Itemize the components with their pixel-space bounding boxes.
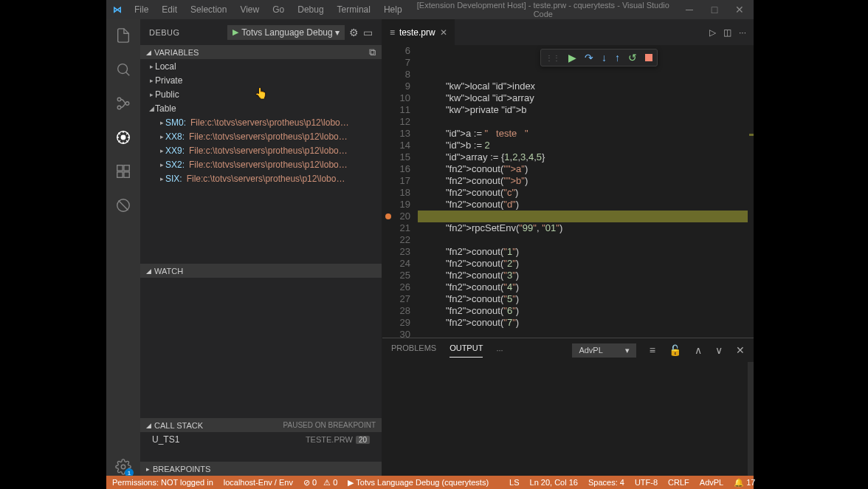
menu-help[interactable]: Help xyxy=(378,1,408,18)
svg-point-1 xyxy=(117,98,121,101)
status-debug[interactable]: ▶ Totvs Language Debug (cquerytests) xyxy=(348,478,489,488)
extensions-icon[interactable] xyxy=(114,163,132,180)
status-bell[interactable]: 🔔 17 xyxy=(734,478,755,488)
status-ls[interactable]: LS xyxy=(509,478,519,487)
svg-rect-9 xyxy=(124,172,129,177)
watch-header[interactable]: ◢WATCH xyxy=(140,264,382,278)
table-row[interactable]: ▸XX9:File:c:\totvs\servers\protheus\p12\… xyxy=(140,143,382,157)
grip-icon[interactable]: ⋮⋮ xyxy=(545,54,560,62)
table-row[interactable]: ▸SM0:File:c:\totvs\servers\protheus\p12\… xyxy=(140,115,382,129)
step-out-icon[interactable]: ↑ xyxy=(615,52,620,64)
status-encoding[interactable]: UTF-8 xyxy=(635,478,658,487)
tab-teste[interactable]: ≡ teste.prw ✕ xyxy=(382,19,455,45)
scm-icon[interactable] xyxy=(114,95,132,112)
maximize-button[interactable]: □ xyxy=(703,4,726,16)
menubar: File Edit Selection View Go Debug Termin… xyxy=(128,1,408,18)
restart-icon[interactable]: ↺ xyxy=(628,52,637,64)
status-spaces[interactable]: Spaces: 4 xyxy=(588,478,624,487)
window-controls: ─ □ ✕ xyxy=(678,4,751,16)
code-content[interactable]: "kw">local "id">index"kw">local "id">arr… xyxy=(418,45,748,338)
stop-icon[interactable] xyxy=(645,54,652,61)
svg-point-11 xyxy=(121,465,125,469)
collapse-icon[interactable]: ⧉ xyxy=(369,47,376,58)
minimap[interactable] xyxy=(748,45,754,338)
debug-settings-icon[interactable]: ⚙ xyxy=(349,27,359,38)
panel-down-icon[interactable]: ∨ xyxy=(715,344,723,356)
status-errors[interactable]: ⊘ 0 ⚠ 0 xyxy=(303,478,337,488)
panel-close-icon[interactable]: ✕ xyxy=(736,344,745,356)
close-button[interactable]: ✕ xyxy=(728,4,751,16)
callstack-header[interactable]: ◢CALL STACK PAUSED ON BREAKPOINT xyxy=(140,418,382,432)
debug-header: DEBUG ▶Totvs Language Debug ▾ ⚙ ▭ xyxy=(140,19,382,45)
menu-terminal[interactable]: Terminal xyxy=(331,1,376,18)
debug-icon[interactable] xyxy=(114,129,132,146)
line-gutter: 6789101112131415161718192021222324252627… xyxy=(382,45,418,338)
scrollbar[interactable] xyxy=(748,362,754,476)
tab-problems[interactable]: PROBLEMS xyxy=(391,343,436,357)
table-row[interactable]: ▸XX8:File:c:\totvs\servers\protheus\p12\… xyxy=(140,129,382,143)
window-title: [Extension Development Host] - teste.prw… xyxy=(408,1,678,18)
status-position[interactable]: Ln 20, Col 16 xyxy=(530,478,578,487)
output-channel-selector[interactable]: AdvPL▾ xyxy=(572,343,636,358)
status-permissions[interactable]: Permissions: NOT logged in xyxy=(112,478,213,487)
scope-public[interactable]: ▸Public xyxy=(140,87,382,101)
panel-tabs: PROBLEMS OUTPUT ··· AdvPL▾ ≡ 🔓 ∧ ∨ ✕ xyxy=(382,338,754,362)
table-row[interactable]: ▸SX2:File:c:\totvs\servers\protheus\p12\… xyxy=(140,157,382,171)
svg-rect-7 xyxy=(124,165,129,171)
debug-label: DEBUG xyxy=(149,28,223,37)
tab-label: teste.prw xyxy=(399,27,435,38)
svg-point-5 xyxy=(121,135,125,140)
menu-file[interactable]: File xyxy=(128,1,154,18)
editor-area: ≡ teste.prw ✕ ▷ ◫ ··· 678910111213141516… xyxy=(382,19,754,476)
svg-point-0 xyxy=(118,64,128,74)
explorer-icon[interactable] xyxy=(114,27,132,44)
svg-point-2 xyxy=(117,106,121,109)
step-over-icon[interactable]: ↷ xyxy=(585,52,593,64)
menu-selection[interactable]: Selection xyxy=(185,1,232,18)
search-icon[interactable] xyxy=(114,61,132,78)
callstack-frame[interactable]: U_TS1 TESTE.PRW 20 xyxy=(140,432,382,447)
continue-icon[interactable]: ▶ xyxy=(568,52,576,64)
watch-list[interactable] xyxy=(140,278,382,418)
debug-sidebar: DEBUG ▶Totvs Language Debug ▾ ⚙ ▭ ◢VARIA… xyxy=(140,19,382,476)
panel-up-icon[interactable]: ∧ xyxy=(695,344,702,356)
nosign-icon[interactable] xyxy=(114,196,132,214)
settings-gear-icon[interactable]: 1 xyxy=(114,458,132,476)
callstack-list: U_TS1 TESTE.PRW 20 xyxy=(140,432,382,462)
app-window: ⋈ File Edit Selection View Go Debug Term… xyxy=(106,0,754,476)
debug-config-selector[interactable]: ▶Totvs Language Debug ▾ xyxy=(227,25,345,40)
tab-output[interactable]: OUTPUT xyxy=(450,343,483,358)
step-into-icon[interactable]: ↓ xyxy=(602,52,607,64)
svg-point-3 xyxy=(125,102,129,106)
run-icon[interactable]: ▷ xyxy=(709,27,716,38)
breakpoints-header[interactable]: ▸BREAKPOINTS xyxy=(140,462,382,476)
table-row[interactable]: ▸SIX:File:c:\totvs\servers\protheus\p12\… xyxy=(140,171,382,185)
bottom-panel: PROBLEMS OUTPUT ··· AdvPL▾ ≡ 🔓 ∧ ∨ ✕ xyxy=(382,338,754,476)
split-icon[interactable]: ◫ xyxy=(723,27,731,38)
code-editor[interactable]: 6789101112131415161718192021222324252627… xyxy=(382,45,754,338)
more-panel-icon[interactable]: ··· xyxy=(496,346,503,355)
status-eol[interactable]: CRLF xyxy=(668,478,689,487)
menu-view[interactable]: View xyxy=(234,1,265,18)
scope-local[interactable]: ▸Local xyxy=(140,59,382,73)
menu-go[interactable]: Go xyxy=(266,1,290,18)
debug-console-icon[interactable]: ▭ xyxy=(363,27,373,38)
close-tab-icon[interactable]: ✕ xyxy=(440,27,447,38)
output-body[interactable] xyxy=(382,362,754,476)
file-icon: ≡ xyxy=(390,27,395,38)
menu-debug[interactable]: Debug xyxy=(292,1,329,18)
titlebar: ⋈ File Edit Selection View Go Debug Term… xyxy=(106,0,754,19)
start-debug-icon: ▶ xyxy=(232,27,238,37)
scope-private[interactable]: ▸Private xyxy=(140,73,382,87)
status-env[interactable]: localhost-Env / Env xyxy=(224,478,293,487)
menu-edit[interactable]: Edit xyxy=(156,1,183,18)
vscode-icon: ⋈ xyxy=(106,4,128,15)
variables-header[interactable]: ◢VARIABLES ⧉ xyxy=(140,45,382,59)
minimize-button[interactable]: ─ xyxy=(678,4,700,16)
debug-toolbar[interactable]: ⋮⋮ ▶ ↷ ↓ ↑ ↺ xyxy=(540,49,658,66)
lock-scroll-icon[interactable]: 🔓 xyxy=(669,344,681,356)
scope-table[interactable]: ◢Table xyxy=(140,101,382,115)
clear-output-icon[interactable]: ≡ xyxy=(650,344,655,356)
status-lang[interactable]: AdvPL xyxy=(700,478,723,487)
more-icon[interactable]: ··· xyxy=(739,27,746,38)
